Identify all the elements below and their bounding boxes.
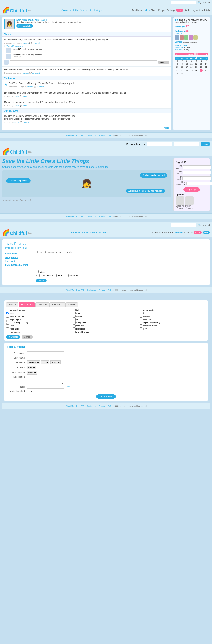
tab-favorites[interactable]: FAVORITES xyxy=(19,302,35,307)
nav-share[interactable]: Share xyxy=(151,9,157,12)
section3-nav-dashboard[interactable]: Dashboard xyxy=(150,232,161,234)
check-rolled[interactable] xyxy=(140,318,142,321)
post3-comment-link[interactable]: 💬 comment xyxy=(34,86,44,88)
nav-watched[interactable]: My watched Kids xyxy=(193,9,210,12)
section3-pill-find[interactable]: Find xyxy=(203,231,210,234)
signup-lastname-input[interactable] xyxy=(183,171,211,174)
footer-blog[interactable]: Blog FAQ xyxy=(76,134,84,136)
password-input[interactable] xyxy=(174,142,199,146)
check-smile[interactable] xyxy=(6,324,9,327)
check-slept[interactable] xyxy=(140,321,142,324)
search-input[interactable] xyxy=(171,1,196,4)
check-clapped[interactable] xyxy=(6,312,9,314)
check-candle[interactable] xyxy=(140,308,142,311)
footer-about[interactable]: About Us xyxy=(66,134,74,136)
check-steps[interactable] xyxy=(73,328,76,330)
post4-user-link[interactable]: ericcxu xyxy=(13,95,20,97)
footer-privacy[interactable]: Privacy xyxy=(99,134,105,136)
signup-button[interactable]: Sign Up! xyxy=(183,188,200,192)
footer3-privacy[interactable]: Privacy xyxy=(99,289,105,291)
check-bath[interactable] xyxy=(73,308,76,311)
edit-birth-year[interactable]: 2009 xyxy=(50,360,61,364)
check-ate[interactable] xyxy=(6,308,9,311)
section3-nav-people[interactable]: People xyxy=(176,232,183,234)
nav-dashboard[interactable]: Dashboard xyxy=(132,9,143,12)
footer4-privacy[interactable]: Privacy xyxy=(99,405,105,407)
sam-checkbox[interactable] xyxy=(54,274,57,277)
footer2-privacy[interactable]: Privacy xyxy=(99,215,105,218)
comment-submit-btn[interactable]: comment xyxy=(158,61,169,64)
post3-user-link[interactable]: ericcxu xyxy=(27,86,33,88)
check-stood[interactable] xyxy=(6,328,9,330)
circle-member-1-link[interactable]: Andria Xu xyxy=(175,47,183,49)
signup-firstname-input[interactable] xyxy=(183,166,211,169)
login-button[interactable]: Login xyxy=(201,142,210,146)
footer3-blog[interactable]: Blog FAQ xyxy=(76,289,84,291)
edit-lastname-input[interactable] xyxy=(27,356,64,360)
check-cried[interactable] xyxy=(73,312,76,314)
nav-people[interactable]: People xyxy=(158,9,165,12)
nav-pill-sam[interactable]: Sam xyxy=(176,9,183,12)
writer-checkbox[interactable] xyxy=(36,270,39,273)
footer4-contact[interactable]: Contact Us xyxy=(87,405,96,407)
edit-birth-month[interactable]: Jan Feb xyxy=(27,360,40,364)
nav-kids[interactable]: Kids xyxy=(145,9,150,12)
edit-photo-input[interactable] xyxy=(27,385,64,388)
andria-checkbox[interactable] xyxy=(66,274,68,277)
check-sat[interactable] xyxy=(73,321,76,324)
invite-email-link[interactable]: Invite people by email xyxy=(4,264,34,266)
edit-delete-checkbox[interactable] xyxy=(27,390,29,392)
signout-link[interactable]: sign out xyxy=(203,2,210,4)
circle-member-2-link[interactable]: Tim Wang xyxy=(175,49,183,51)
cal-highlighted-day[interactable]: 27 xyxy=(200,69,203,72)
edit-birth-day[interactable]: 11 xyxy=(41,360,49,364)
edit-photo-view-link[interactable]: View xyxy=(66,386,71,388)
nav-settings[interactable]: Settings xyxy=(167,9,175,12)
follow-button[interactable]: Follow my kids xyxy=(16,24,33,28)
check-tooth[interactable] xyxy=(140,328,142,330)
check-mommy[interactable] xyxy=(6,321,9,324)
post1-user-link[interactable]: ericcxu xyxy=(23,42,29,44)
edit-gender-select[interactable]: BoyGirl xyxy=(27,366,36,370)
tab-firsts[interactable]: FIRSTS xyxy=(6,302,18,307)
check-spoon[interactable] xyxy=(6,330,9,333)
footer4-tos[interactable]: ToS xyxy=(108,405,111,407)
check-drank[interactable] xyxy=(6,315,9,318)
post4-comment-link[interactable]: 💬 comment xyxy=(20,95,31,97)
view-all-link[interactable]: View All xyxy=(175,33,182,35)
edit-relationship-select[interactable]: MamDad xyxy=(27,370,37,374)
post-username[interactable]: Sam Xu (ericcxu sam) 3, girl xyxy=(16,18,83,21)
check-joke[interactable] xyxy=(6,318,9,321)
section3-signout[interactable]: sign out xyxy=(203,224,210,226)
footer4-blog[interactable]: Blog FAQ xyxy=(76,405,84,407)
yahoo-mail-link[interactable]: Yahoo Mail xyxy=(4,252,34,255)
footer2-contact[interactable]: Contact Us xyxy=(87,215,96,218)
post1-comment-link[interactable]: 💬 comment xyxy=(29,42,40,44)
submit-edit-button[interactable]: Submit Edit xyxy=(96,394,116,398)
footer2-about[interactable]: About Us xyxy=(66,215,74,218)
footer-contact[interactable]: Contact Us xyxy=(87,134,96,136)
footer2-blog[interactable]: Blog FAQ xyxy=(76,215,84,218)
check-waved[interactable] xyxy=(73,330,76,333)
post6-user-link[interactable]: ericcxu xyxy=(13,121,20,124)
google-mail-link[interactable]: Google Mail xyxy=(4,256,34,258)
post5-comment-link[interactable]: 💬 comment xyxy=(20,104,31,107)
section3-nav-settings[interactable]: Settings xyxy=(184,232,193,234)
footer3-about[interactable]: About Us xyxy=(66,289,74,291)
section3-nav-share[interactable]: Share xyxy=(168,232,174,234)
all-kids-checkbox[interactable] xyxy=(39,274,42,277)
post2-user-link[interactable]: ericcxu xyxy=(23,72,29,74)
footer2-tos[interactable]: ToS xyxy=(108,215,111,218)
update-button[interactable]: ↻ Update xyxy=(6,335,20,339)
post2-comment-link[interactable]: 💬 comment xyxy=(29,72,40,74)
tab-prebirth[interactable]: PRE-BIRTH xyxy=(50,302,66,307)
invite-email-textarea[interactable] xyxy=(36,254,208,269)
tab-other[interactable]: OTHER xyxy=(66,302,78,307)
check-ran[interactable] xyxy=(73,318,76,321)
cal-next[interactable]: ▶ xyxy=(206,53,208,55)
footer4-about[interactable]: About Us xyxy=(66,405,74,407)
check-laughed[interactable] xyxy=(140,315,142,318)
check-danced[interactable] xyxy=(140,312,142,314)
comment-input[interactable] xyxy=(10,60,157,64)
section3-nav-kids[interactable]: Kids xyxy=(162,232,167,234)
